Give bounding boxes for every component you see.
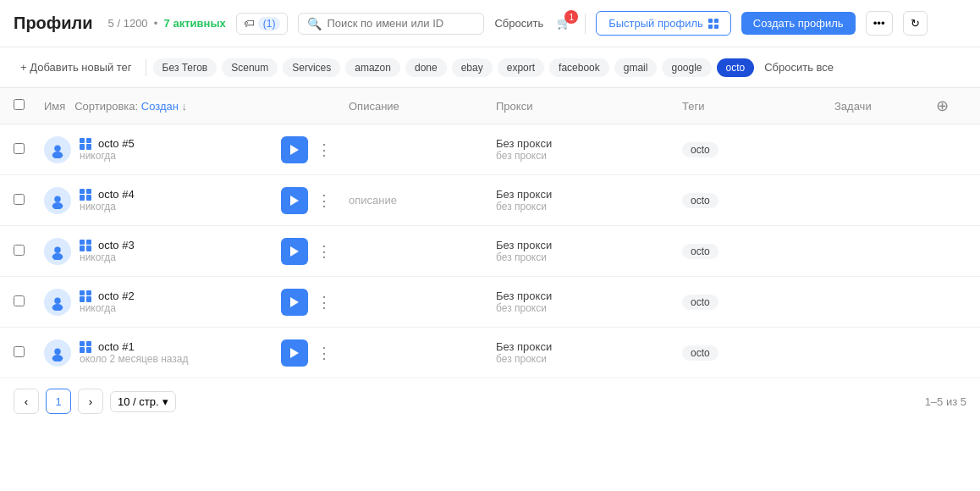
tag-chip[interactable]: octo	[717, 58, 755, 77]
description-cell: описание	[349, 194, 496, 207]
play-button[interactable]	[281, 289, 308, 316]
top-bar: Профили 5 / 1200 • 7 активных 🏷 (1) 🔍 Сб…	[0, 0, 980, 47]
proxy-cell: Без прокси без прокси	[496, 188, 682, 212]
row-checkbox[interactable]	[14, 194, 44, 207]
play-button[interactable]	[281, 187, 308, 214]
profile-info: octo #2 никогда	[44, 289, 281, 316]
windows-icon	[80, 189, 91, 201]
row-checkbox[interactable]	[14, 295, 44, 309]
row-checkbox[interactable]	[14, 346, 44, 360]
tags-container: Без ТеговScenumServicesamazondoneebayexp…	[153, 58, 755, 77]
profile-sub: никогда	[80, 302, 135, 314]
play-button[interactable]	[281, 339, 308, 367]
proxy-main: Без прокси	[496, 188, 682, 201]
svg-marker-11	[290, 246, 299, 257]
more-row-button[interactable]: ⋮	[313, 137, 335, 163]
tag-chip[interactable]: facebook	[549, 58, 609, 77]
more-row-button[interactable]: ⋮	[313, 340, 335, 366]
next-page-button[interactable]: ›	[78, 389, 103, 414]
profile-sub: никогда	[80, 201, 135, 212]
prev-page-button[interactable]: ‹	[14, 389, 39, 414]
profile-sub: никогда	[80, 251, 135, 263]
table-row: octo #1 около 2 месяцев назад ⋮ Без прок…	[0, 328, 980, 378]
table-row: octo #5 никогда ⋮ Без прокси без прокси …	[0, 124, 980, 175]
table-header: Имя Сортировка: Создан ↓ Описание Прокси…	[0, 88, 980, 124]
table-row: octo #4 никогда ⋮ описание Без прокси бе…	[0, 175, 980, 226]
row-select-checkbox[interactable]	[14, 346, 25, 357]
row-checkbox[interactable]	[14, 143, 44, 157]
tag-cell: octo	[682, 193, 834, 208]
cart-button[interactable]: 🛒 1	[553, 14, 575, 33]
refresh-button[interactable]: ↻	[903, 11, 928, 36]
profile-info: octo #5 никогда	[44, 136, 281, 163]
pagination-left: ‹ 1 › 10 / стр. ▾	[14, 389, 176, 414]
search-input[interactable]	[327, 17, 475, 30]
row-actions: ⋮	[281, 289, 349, 316]
play-button[interactable]	[281, 238, 308, 265]
more-options-button[interactable]: •••	[866, 11, 893, 36]
name-col-header: Имя Сортировка: Создан ↓	[44, 100, 281, 113]
tag-chip[interactable]: export	[498, 58, 544, 77]
svg-marker-19	[290, 348, 299, 358]
proxy-sub: без прокси	[496, 150, 682, 162]
quick-profile-button[interactable]: Быстрый профиль	[596, 11, 731, 36]
profile-name: octo #1	[98, 340, 135, 353]
tag-filter-button[interactable]: 🏷 (1)	[236, 13, 289, 35]
row-select-checkbox[interactable]	[14, 143, 25, 154]
tags-col-header: Теги	[682, 100, 834, 113]
per-page-select[interactable]: 10 / стр. ▾	[110, 391, 176, 412]
proxy-cell: Без прокси без прокси	[496, 239, 682, 263]
profile-info: octo #4 никогда	[44, 187, 281, 214]
more-row-button[interactable]: ⋮	[313, 290, 335, 315]
tag-chip[interactable]: gmail	[614, 58, 658, 77]
proxy-sub: без прокси	[496, 302, 682, 314]
reset-button[interactable]: Сбросить	[494, 17, 543, 30]
tag-chip[interactable]: Scenum	[222, 58, 278, 77]
profile-name-block: octo #1 около 2 месяцев назад	[80, 340, 189, 365]
proxy-sub: без прокси	[496, 201, 682, 212]
total-label: 1–5 из 5	[925, 395, 966, 408]
profile-name-block: octo #2 никогда	[80, 290, 135, 314]
row-select-checkbox[interactable]	[14, 295, 25, 306]
create-profile-button[interactable]: Создать профиль	[741, 12, 856, 35]
play-button[interactable]	[281, 136, 308, 163]
row-select-checkbox[interactable]	[14, 245, 25, 256]
tag-chip[interactable]: Без Тегов	[153, 58, 217, 77]
active-badge: 7 активных	[164, 17, 226, 30]
more-row-button[interactable]: ⋮	[313, 239, 335, 264]
svg-marker-3	[290, 145, 299, 155]
table-row: octo #2 никогда ⋮ Без прокси без прокси …	[0, 277, 980, 328]
more-row-button[interactable]: ⋮	[313, 188, 335, 213]
tag-chip[interactable]: ebay	[452, 58, 493, 77]
create-profile-label: Создать профиль	[753, 17, 844, 30]
current-page: 1	[46, 389, 71, 414]
reset-all-tags-button[interactable]: Сбросить все	[764, 61, 834, 74]
proxy-main: Без прокси	[496, 137, 682, 150]
svg-point-5	[54, 196, 61, 202]
sort-field-label[interactable]: Создан	[141, 100, 179, 113]
tag-chip[interactable]: google	[662, 58, 711, 77]
tag-chip[interactable]: done	[405, 58, 447, 77]
row-checkbox[interactable]	[14, 245, 44, 258]
add-task-col[interactable]: ⊕	[936, 97, 966, 115]
page-title: Профили	[14, 14, 93, 33]
profile-name: octo #3	[98, 239, 135, 251]
proxy-main: Без прокси	[496, 290, 682, 302]
tags-bar: + Добавить новый тег Без ТеговScenumServ…	[0, 47, 980, 88]
row-select-checkbox[interactable]	[14, 194, 25, 205]
profile-name: octo #2	[98, 290, 135, 302]
tag-chip[interactable]: Services	[283, 58, 340, 77]
profile-sub: никогда	[80, 150, 135, 162]
table-body: octo #5 никогда ⋮ Без прокси без прокси …	[0, 124, 980, 378]
profile-count: 5 / 1200 • 7 активных	[108, 17, 226, 30]
add-tag-button[interactable]: + Добавить новый тег	[14, 58, 139, 77]
select-all-checkbox[interactable]	[14, 99, 25, 110]
tag-octo-badge: octo	[682, 345, 718, 361]
tag-chip[interactable]: amazon	[345, 58, 400, 77]
table-row: octo #3 никогда ⋮ Без прокси без прокси …	[0, 226, 980, 277]
tag-cell: octo	[682, 345, 834, 361]
proxy-cell: Без прокси без прокси	[496, 340, 682, 365]
tag-octo-badge: octo	[682, 244, 718, 259]
tag-octo-badge: octo	[682, 142, 718, 157]
windows-icon	[80, 138, 91, 150]
